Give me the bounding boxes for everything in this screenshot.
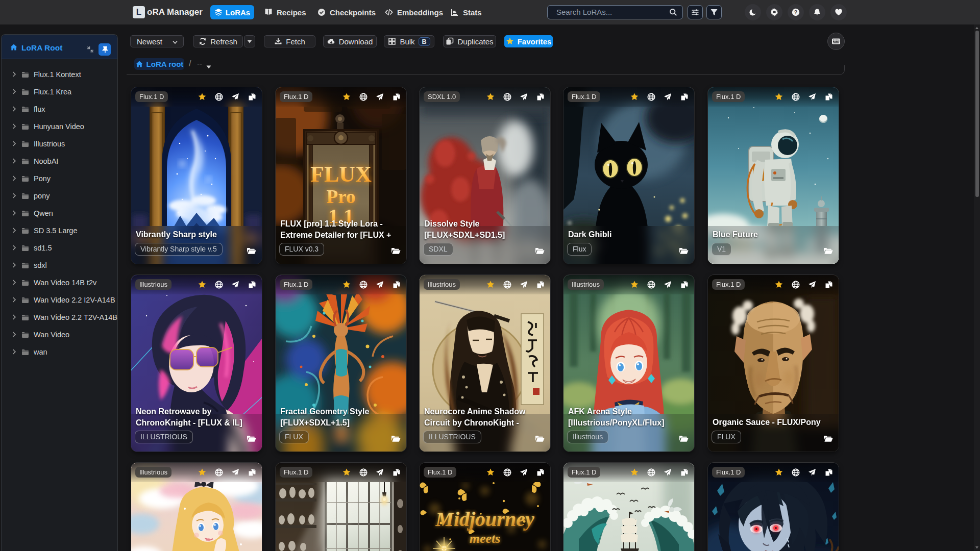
- svg-text:FLUX: FLUX: [440, 548, 529, 551]
- svg-text:?: ?: [794, 9, 797, 15]
- svg-text:FLUX: FLUX: [310, 162, 372, 187]
- svg-text:Midjourney: Midjourney: [435, 508, 534, 531]
- svg-text:meets: meets: [470, 531, 501, 546]
- svg-text:Pro: Pro: [327, 186, 356, 207]
